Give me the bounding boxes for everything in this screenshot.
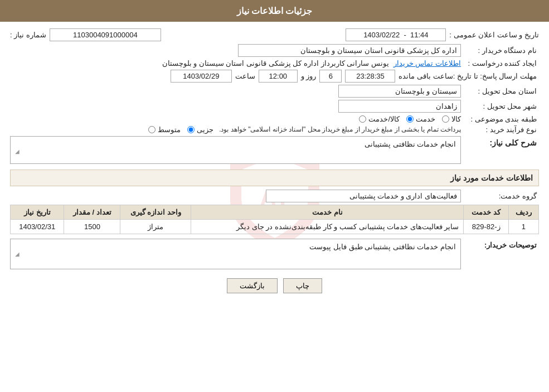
category-row: طبقه بندی موضوعی : کالا/خدمت خدمت کالا bbox=[10, 115, 539, 123]
implementer-row: ایجاد کننده درخواست : اطلاعات تماس خریدا… bbox=[10, 59, 539, 67]
buyer-org-value: اداره کل پزشکی قانونی استان سیستان و بلو… bbox=[238, 44, 461, 57]
need-number-label: شماره نیاز : bbox=[10, 31, 46, 39]
col-date: تاریخ نیاز bbox=[11, 205, 64, 220]
service-group-value: فعالیت‌های اداری و خدمات پشتیبانی bbox=[266, 190, 461, 202]
deadline-remaining-time: 23:28:35 bbox=[345, 70, 395, 83]
process-label-jozee: جزیی bbox=[197, 125, 213, 134]
back-button[interactable]: بازگشت bbox=[227, 278, 278, 293]
buyer-notes-value: انجام خدمات نظافتی پشتیبانی طبق فایل پیو… bbox=[10, 239, 461, 269]
col-quantity: تعداد / مقدار bbox=[64, 205, 120, 220]
category-radio-khadamat[interactable] bbox=[406, 115, 414, 123]
buyer-notes-label: توصیحات خریدار: bbox=[461, 239, 539, 249]
implementer-name: یونس سارانی کاربرداز اداره کل پزشکی قانو… bbox=[162, 59, 389, 67]
services-section-header: اطلاعات خدمات مورد نیاز bbox=[10, 170, 539, 186]
service-group-row: گروه خدمت: فعالیت‌های اداری و خدمات پشتی… bbox=[10, 190, 539, 202]
need-summary-value: انجام خدمات نظافتی پشتیبانی ◢ bbox=[10, 136, 461, 164]
category-radio-group: کالا/خدمت خدمت کالا bbox=[10, 115, 461, 123]
deadline-day-label: روز و bbox=[301, 72, 317, 80]
deadline-time-label: ساعت bbox=[235, 72, 255, 80]
process-option-jozee: جزیی bbox=[187, 125, 213, 134]
category-label-khadamat: خدمت bbox=[416, 115, 435, 123]
buyer-org-label: نام دستگاه خریدار : bbox=[461, 46, 539, 55]
service-group-label: گروه خدمت: bbox=[461, 192, 539, 200]
deadline-time: 12:00 bbox=[259, 70, 298, 83]
buyer-org-row: نام دستگاه خریدار : اداره کل پزشکی قانون… bbox=[10, 44, 539, 57]
process-option-motawaset: متوسط bbox=[148, 125, 181, 134]
process-radio-motawaset[interactable] bbox=[148, 126, 156, 133]
category-label-kala-khadamat: کالا/خدمت bbox=[368, 115, 400, 123]
deadline-row: مهلت ارسال پاسخ: تا تاریخ : 1403/02/29 س… bbox=[10, 70, 539, 83]
category-option-kala-khadamat: کالا/خدمت bbox=[359, 115, 400, 123]
cell-quantity: 1500 bbox=[64, 220, 120, 234]
cell-unit: متراژ bbox=[120, 220, 191, 234]
province-label: استان محل تحویل : bbox=[461, 87, 539, 95]
process-note: پرداخت تمام یا بخشی از مبلغ خریدار از مب… bbox=[219, 125, 461, 133]
col-row-num: ردیف bbox=[508, 205, 538, 220]
implementer-label: ایجاد کننده درخواست : bbox=[461, 59, 539, 67]
need-number-row: 1103004091000004 شماره نیاز : bbox=[10, 28, 161, 41]
need-summary-label: شرح کلی نیاز: bbox=[461, 136, 539, 147]
announce-date-display: 11:44 - 1403/02/22 bbox=[346, 28, 446, 41]
buyer-notes-section: توصیحات خریدار: انجام خدمات نظافتی پشتیب… bbox=[10, 239, 539, 269]
city-value: زاهدان bbox=[338, 100, 461, 113]
services-table: ردیف کد خدمت نام خدمت واحد اندازه گیری ت… bbox=[10, 205, 539, 234]
process-radio-group: متوسط جزیی bbox=[148, 125, 213, 134]
city-label: شهر محل تحویل : bbox=[461, 102, 539, 110]
cell-date: 1403/02/31 bbox=[11, 220, 64, 234]
category-radio-kala[interactable] bbox=[442, 115, 449, 123]
announce-label: تاریخ و ساعت اعلان عمومی : bbox=[449, 31, 539, 39]
print-button[interactable]: چاپ bbox=[283, 278, 322, 293]
contact-link[interactable]: اطلاعات تماس خریدار bbox=[393, 59, 461, 67]
cell-row-num: 1 bbox=[508, 220, 538, 234]
process-label-motawaset: متوسط bbox=[158, 125, 181, 134]
process-row: نوع فرآیند خرید : متوسط جزیی پرداخت تمام… bbox=[10, 125, 539, 134]
deadline-remaining-label: ساعت باقی مانده bbox=[399, 72, 453, 80]
province-row: استان محل تحویل : سیستان و بلوچستان bbox=[10, 85, 539, 98]
category-option-kala: کالا bbox=[442, 115, 461, 123]
page-header: جزئیات اطلاعات نیاز bbox=[0, 0, 549, 22]
announce-row: تاریخ و ساعت اعلان عمومی : 11:44 - 1403/… bbox=[346, 28, 539, 41]
page-title: جزئیات اطلاعات نیاز bbox=[237, 6, 313, 16]
button-bar: چاپ بازگشت bbox=[10, 278, 539, 302]
province-value: سیستان و بلوچستان bbox=[338, 85, 461, 98]
need-summary-section: شرح کلی نیاز: انجام خدمات نظافتی پشتیبان… bbox=[10, 136, 539, 164]
cell-service-code: ز-82-829 bbox=[464, 220, 509, 234]
col-service-code: کد خدمت bbox=[464, 205, 509, 220]
deadline-label: مهلت ارسال پاسخ: تا تاریخ : bbox=[453, 72, 539, 80]
cell-service-name: سایر فعالیت‌های خدمات پشتیبانی کسب و کار… bbox=[191, 220, 464, 234]
category-option-khadamat: خدمت bbox=[406, 115, 435, 123]
table-row: 1 ز-82-829 سایر فعالیت‌های خدمات پشتیبان… bbox=[11, 220, 539, 234]
deadline-remaining-days: 6 bbox=[319, 70, 342, 83]
need-number-value: 1103004091000004 bbox=[50, 28, 161, 41]
process-radio-jozee[interactable] bbox=[187, 126, 195, 133]
col-service-name: نام خدمت bbox=[191, 205, 464, 220]
category-radio-kala-khadamat[interactable] bbox=[359, 115, 366, 123]
city-row: شهر محل تحویل : زاهدان bbox=[10, 100, 539, 113]
process-label: نوع فرآیند خرید : bbox=[461, 125, 539, 134]
category-label: طبقه بندی موضوعی : bbox=[461, 115, 539, 123]
category-label-kala: کالا bbox=[451, 115, 461, 123]
deadline-date: 1403/02/29 bbox=[171, 70, 232, 83]
col-unit: واحد اندازه گیری bbox=[120, 205, 191, 220]
